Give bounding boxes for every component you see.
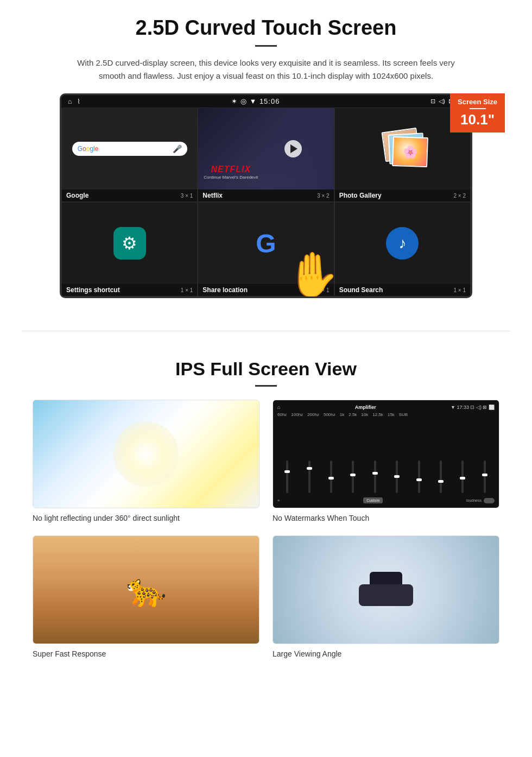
feature-label-car: Large Viewing Angle bbox=[273, 649, 499, 658]
app-cell-share-location[interactable]: G 🤚 Share location 1 × 1 bbox=[198, 202, 334, 297]
feature-image-car bbox=[273, 535, 499, 644]
statusbar-time: 15:06 bbox=[259, 97, 280, 105]
settings-icon-circle: ⚙ bbox=[113, 227, 146, 260]
amp-thumb-8[interactable] bbox=[438, 480, 444, 483]
sound-search-app-size: 1 × 1 bbox=[453, 287, 466, 293]
amp-track-3 bbox=[330, 460, 332, 493]
feature-sunlight: No light reflecting under 360° direct su… bbox=[33, 400, 259, 522]
amp-thumb-7[interactable] bbox=[416, 478, 422, 481]
feature-label-cheetah: Super Fast Response bbox=[33, 649, 259, 658]
amp-track-2 bbox=[308, 460, 311, 493]
feature-image-amplifier: ⌂ Amplifier ▼ 17:33 ⊡ ◁) ⊠ ⬜ 60hz100hz20… bbox=[273, 400, 499, 508]
amp-slider-8 bbox=[431, 460, 451, 493]
google-search-bar[interactable]: Google 🎤 bbox=[72, 142, 187, 156]
feature-image-cheetah: 🐆 bbox=[33, 535, 259, 644]
sound-search-inner: ♪ bbox=[335, 203, 470, 284]
settings-label-row: Settings shortcut 1 × 1 bbox=[62, 284, 197, 296]
section-divider bbox=[22, 331, 510, 331]
amp-track-6 bbox=[396, 460, 398, 493]
feature-label-sunlight: No light reflecting under 360° direct su… bbox=[33, 514, 259, 522]
amp-thumb-10[interactable] bbox=[482, 474, 487, 476]
amp-loudness: loudness bbox=[466, 498, 495, 503]
amp-thumb-1[interactable] bbox=[284, 470, 290, 473]
app-cell-settings[interactable]: ⚙ Settings shortcut 1 × 1 bbox=[61, 202, 198, 297]
feature-grid: No light reflecting under 360° direct su… bbox=[33, 400, 499, 658]
amp-prev-icon[interactable]: « bbox=[277, 498, 280, 503]
amp-loudness-label: loudness bbox=[466, 499, 482, 502]
maps-g-icon: G bbox=[256, 229, 276, 258]
amp-home-icon: ⌂ bbox=[277, 405, 280, 410]
feature-image-sunlight bbox=[33, 400, 259, 508]
amp-slider-10 bbox=[475, 460, 495, 493]
amp-track-1 bbox=[286, 460, 288, 493]
badge-title: Screen Size bbox=[458, 98, 497, 106]
gallery-label-row: Photo Gallery 2 × 2 bbox=[335, 190, 470, 201]
netflix-label-row: Netflix 3 × 2 bbox=[198, 190, 333, 201]
netflix-logo-area: NETFLIX Continue Marvel's Daredevil bbox=[204, 165, 258, 180]
amp-status-icons: ▼ 17:33 ⊡ ◁) ⊠ ⬜ bbox=[451, 405, 495, 410]
amplifier-visual: ⌂ Amplifier ▼ 17:33 ⊡ ◁) ⊠ ⬜ 60hz100hz20… bbox=[273, 400, 499, 508]
amp-slider-2 bbox=[299, 460, 319, 493]
amp-slider-9 bbox=[453, 460, 472, 493]
amp-thumb-2[interactable] bbox=[307, 467, 312, 470]
statusbar-left: ⌂ ⌇ bbox=[68, 98, 80, 105]
amp-sliders bbox=[277, 419, 495, 495]
netflix-app-inner: NETFLIX Continue Marvel's Daredevil bbox=[198, 108, 333, 190]
amp-thumb-3[interactable] bbox=[328, 477, 334, 480]
app-cell-sound-search[interactable]: ♪ Sound Search 1 × 1 bbox=[334, 202, 471, 297]
amp-thumb-6[interactable] bbox=[394, 475, 400, 478]
location-icon: ◎ bbox=[240, 97, 247, 105]
sunlight-glow bbox=[113, 421, 179, 487]
amp-slider-3 bbox=[321, 460, 341, 493]
volume-status-icon: ◁) bbox=[439, 98, 445, 105]
car-roof bbox=[370, 572, 402, 585]
amp-slider-1 bbox=[277, 460, 297, 493]
statusbar-center: ✶ ◎ ▼ 15:06 bbox=[231, 97, 280, 105]
settings-gear-icon: ⚙ bbox=[122, 233, 137, 254]
netflix-subtitle: Continue Marvel's Daredevil bbox=[204, 175, 258, 180]
badge-divider bbox=[470, 108, 486, 109]
section2-title: IPS Full Screen View bbox=[33, 358, 499, 380]
camera-status-icon: ⊡ bbox=[430, 98, 435, 105]
wifi-icon: ▼ bbox=[249, 97, 257, 105]
feature-cheetah: 🐆 Super Fast Response bbox=[33, 535, 259, 658]
amp-slider-7 bbox=[409, 460, 428, 493]
sound-search-app-name: Sound Search bbox=[339, 286, 383, 294]
google-app-name: Google bbox=[66, 192, 88, 199]
netflix-figure bbox=[252, 108, 334, 190]
google-app-inner: Google 🎤 bbox=[62, 108, 197, 190]
device-frame: ⌂ ⌇ ✶ ◎ ▼ 15:06 ⊡ ◁) ⊠ ⬜ bbox=[60, 93, 472, 298]
amp-thumb-4[interactable] bbox=[350, 474, 356, 476]
voice-search-icon[interactable]: 🎤 bbox=[173, 144, 182, 153]
amp-track-9 bbox=[461, 460, 464, 493]
usb-icon: ⌇ bbox=[77, 98, 80, 105]
amp-track-8 bbox=[440, 460, 442, 493]
section1-description: With 2.5D curved-display screen, this de… bbox=[76, 56, 456, 83]
home-icon[interactable]: ⌂ bbox=[68, 98, 72, 105]
amp-track-5 bbox=[374, 460, 376, 493]
title-underline bbox=[255, 45, 277, 47]
google-app-size: 3 × 1 bbox=[181, 193, 193, 199]
music-note-icon: ♪ bbox=[398, 235, 406, 252]
settings-app-inner: ⚙ bbox=[62, 203, 197, 284]
sunlight-visual bbox=[33, 400, 259, 508]
google-label-row: Google 3 × 1 bbox=[62, 190, 197, 201]
app-cell-google[interactable]: Google 🎤 Google 3 × 1 bbox=[61, 108, 198, 202]
amp-thumb-9[interactable] bbox=[460, 477, 465, 480]
amp-track-7 bbox=[418, 460, 420, 493]
badge-size: 10.1" bbox=[458, 111, 497, 128]
amp-custom-button[interactable]: Custom bbox=[363, 497, 383, 503]
amp-loudness-toggle[interactable] bbox=[484, 498, 495, 503]
netflix-play-button[interactable] bbox=[284, 140, 302, 157]
netflix-app-name: Netflix bbox=[202, 192, 223, 199]
gallery-stack: 🌸 bbox=[381, 127, 424, 171]
amp-thumb-5[interactable] bbox=[372, 472, 378, 475]
car-shape bbox=[353, 568, 419, 611]
section-ips: IPS Full Screen View No light reflecting… bbox=[0, 348, 532, 674]
amp-title: Amplifier bbox=[355, 405, 376, 410]
section2-underline bbox=[255, 385, 277, 387]
app-cell-netflix[interactable]: NETFLIX Continue Marvel's Daredevil Netf… bbox=[198, 108, 334, 202]
cheetah-emoji: 🐆 bbox=[126, 571, 167, 609]
section-curved-touch: 2.5D Curved Touch Screen With 2.5D curve… bbox=[0, 0, 532, 314]
car-body bbox=[359, 584, 413, 606]
